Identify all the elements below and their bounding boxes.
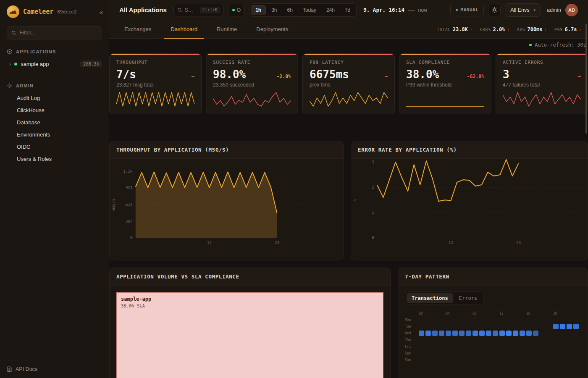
range-3h[interactable]: 3h (267, 5, 281, 15)
sidebar-item-audit-log[interactable]: Audit Log (0, 92, 109, 104)
svg-text:1.2k: 1.2k (123, 169, 133, 173)
range-24h[interactable]: 24h (322, 5, 339, 15)
main-area: All Applications S… Ctrl+K O 1h 3h 6h To… (109, 0, 588, 378)
heatmap-cell (520, 357, 525, 363)
heatmap-cell (513, 351, 518, 356)
heatmap-cell (459, 324, 465, 329)
heatmap-cell (479, 337, 485, 343)
range-1h[interactable]: 1h (251, 5, 266, 15)
sidebar-api-docs[interactable]: API Docs (0, 360, 109, 378)
heatmap-cell (546, 317, 552, 323)
heatmap-cell (486, 324, 491, 329)
range-6h[interactable]: 6h (283, 5, 297, 15)
toggle-transactions[interactable]: Transactions (407, 293, 453, 303)
panel-title: THROUGHPUT BY APPLICATION (MSG/S) (110, 141, 343, 159)
heatmap-cell (567, 331, 572, 336)
heatmap-cell (499, 351, 505, 356)
heatmap-cell (419, 317, 424, 323)
bottom-row: APPLICATION VOLUME VS SLA COMPLIANCE sam… (109, 268, 588, 378)
tab-exchanges[interactable]: Exchanges (118, 20, 158, 38)
heatmap-cell (506, 324, 512, 329)
heatmap-cell (526, 337, 532, 343)
kpi-delta: -2.0% (276, 74, 291, 79)
trend-up-icon: ↑ (507, 27, 509, 32)
filter-input[interactable] (20, 30, 97, 36)
kpi-value: 6675ms (310, 68, 349, 81)
sidebar-item-environments[interactable]: Environments (0, 129, 109, 141)
heatmap-cell (499, 337, 505, 343)
heatmap-cell (513, 337, 518, 343)
heatmap-cell (432, 357, 438, 363)
treemap-node-sample-app[interactable]: sample-app 38.0% SLA (116, 292, 383, 378)
heatmap-cell (526, 324, 532, 329)
toggle-errors[interactable]: Errors (454, 293, 482, 303)
svg-text:23: 23 (516, 240, 521, 245)
heatmap-cell (573, 317, 579, 323)
sidebar-item-database[interactable]: Database (0, 116, 109, 129)
heatmap-cell (520, 337, 525, 343)
stat-label: TOTAL (437, 27, 451, 32)
datetime-value[interactable]: 9. Apr. 16:14 (363, 7, 404, 13)
trend-up-icon: ↑ (579, 27, 582, 32)
heatmap-hour-label: 16 (526, 312, 532, 316)
range-today[interactable]: Today (298, 5, 321, 15)
manual-refresh-button[interactable]: ● MANUAL (450, 4, 484, 16)
throughput-area-chart: 03076149211.2k1223msg/s (110, 159, 343, 260)
heatmap-cell (533, 351, 538, 356)
heatmap-cell (553, 337, 559, 343)
page-title: All Applications (119, 6, 167, 13)
kpi-title: THROUGHPUT (116, 60, 194, 65)
heatmap-cell (466, 337, 471, 343)
avatar[interactable]: AD (565, 4, 578, 16)
live-indicator[interactable]: O (228, 4, 245, 16)
sidebar-item-oidc[interactable]: OIDC (0, 141, 109, 153)
tab-runtime[interactable]: Runtime (210, 20, 244, 38)
sidebar-filter[interactable] (7, 26, 102, 39)
heatmap-cell (452, 331, 458, 336)
svg-text:msg/s: msg/s (111, 199, 116, 210)
heatmap-day-label: Thu (405, 337, 417, 343)
global-search[interactable]: S… Ctrl+K (173, 4, 224, 16)
api-docs-label: API Docs (16, 366, 37, 372)
sidebar-header: Cameleer 69dcce2 « (0, 0, 109, 24)
scrollbar-thumb[interactable] (585, 24, 587, 134)
now-label[interactable]: now (418, 7, 427, 13)
heatmap-cell (446, 337, 451, 343)
heatmap-cell (499, 331, 505, 336)
kpi-subtitle: 23.350 succeeded (213, 82, 291, 89)
heatmap-cell (486, 344, 491, 349)
svg-text:%: % (352, 199, 357, 201)
env-select[interactable]: All Envs ▾ (505, 3, 541, 17)
kpi-delta: – (192, 74, 194, 79)
heatmap-cell (432, 351, 438, 356)
time-range-group: 1h 3h 6h Today 24h 7d (249, 3, 357, 17)
sidebar-item-sample-app[interactable]: › sample app 208.3k (0, 58, 109, 70)
heatmap-hour-label (573, 312, 579, 316)
env-select-value: All Envs (510, 7, 529, 13)
app-message-count-badge: 208.3k (80, 60, 102, 67)
theme-toggle-button[interactable] (488, 4, 501, 16)
heatmap-cell (486, 351, 491, 356)
heatmap-cell (533, 357, 538, 363)
heatmap-hour-label: 20 (553, 312, 559, 316)
live-status-dot (232, 9, 235, 11)
panel-title: APPLICATION VOLUME VS SLA COMPLIANCE (110, 268, 390, 286)
stat-label: AVG (517, 27, 525, 32)
heatmap-cell (560, 317, 565, 323)
time-window: 9. Apr. 16:14 — now (363, 6, 427, 14)
tab-dashboard[interactable]: Dashboard (164, 20, 204, 38)
heatmap-cell (486, 317, 491, 323)
sidebar-item-users-roles[interactable]: Users & Roles (0, 153, 109, 165)
range-7d[interactable]: 7d (340, 5, 355, 15)
dashboard-content: Auto-refresh: 30s THROUGHPUT 7/s– 23.827… (109, 39, 588, 378)
heatmap-cell (472, 357, 478, 363)
chart-body: 01231223% (351, 159, 588, 260)
sidebar-collapse-icon[interactable]: « (100, 8, 103, 16)
admin-section-label: ADMIN (16, 83, 34, 88)
tab-deployments[interactable]: Deployments (249, 20, 295, 38)
heatmap-cell (553, 351, 559, 356)
kpi-row: THROUGHPUT 7/s– 23.827 msg total SUCCESS… (109, 53, 588, 114)
heatmap-cell (560, 337, 565, 343)
sidebar-item-clickhouse[interactable]: ClickHouse (0, 104, 109, 116)
sidebar: Cameleer 69dcce2 « APPLICATIONS › sample… (0, 0, 109, 378)
